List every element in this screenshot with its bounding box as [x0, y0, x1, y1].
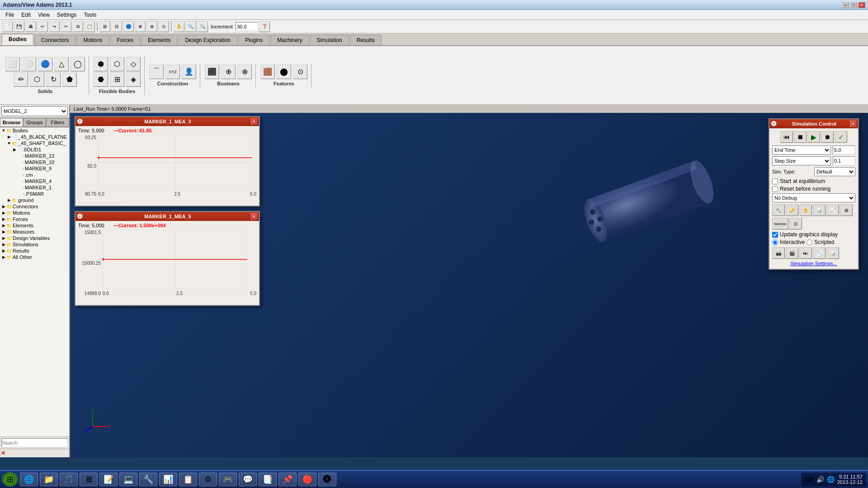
toolbar-btn-17[interactable]: 🔍 — [197, 21, 208, 32]
tree-item-measures[interactable]: ▶ 📁 Measures — [0, 229, 69, 235]
update-graphics-checkbox[interactable] — [772, 232, 778, 238]
tree-item-solid1[interactable]: ▶ 📄 SOLID1 — [0, 146, 69, 153]
tree-item-cm[interactable]: · .cm — [0, 172, 69, 178]
taskbar-app5[interactable]: ⚙ — [199, 473, 217, 486]
sim-tool-12[interactable]: 📉 — [813, 247, 826, 259]
taskbar-app1[interactable]: 💻 — [119, 473, 137, 486]
sim-tool-2[interactable]: 🔑 — [786, 204, 798, 216]
cylinder-icon[interactable]: 🔵 — [38, 57, 52, 71]
model-dropdown[interactable]: MODEL_2 — [1, 106, 68, 116]
tab-plugins[interactable]: Plugins — [238, 35, 269, 45]
close-button[interactable]: ✕ — [858, 2, 865, 8]
taskbar-app8[interactable]: 📑 — [259, 473, 277, 486]
tree-item-marker1[interactable]: · MARKER_1 — [0, 184, 69, 191]
chart-2-close-button[interactable]: ✕ — [251, 213, 257, 220]
tree-item-bodies[interactable]: ▼ 📁 Bodies — [0, 127, 69, 134]
toolbar-btn-11[interactable]: 🔵 — [123, 21, 134, 32]
taskbar-ie[interactable]: 🌐 — [20, 473, 38, 486]
taskbar-app3[interactable]: 📊 — [159, 473, 177, 486]
taskbar-app7[interactable]: 💬 — [239, 473, 257, 486]
sim-tool-9[interactable]: 📷 — [772, 247, 785, 259]
toolbar-btn-10[interactable]: ⊟ — [111, 21, 122, 32]
sim-tool-8[interactable]: ⊡ — [789, 218, 802, 230]
toolbar-btn-1[interactable]: 📄 — [2, 21, 13, 32]
toolbar-btn-6[interactable]: ✂ — [61, 21, 71, 32]
toolbar-btn-15[interactable]: ✋ — [174, 21, 184, 32]
taskbar-word[interactable]: 📝 — [99, 473, 118, 486]
bool-icon-1[interactable]: ⬛ — [205, 65, 219, 79]
panel-tab-filters[interactable]: Filters — [46, 118, 69, 127]
tree-item-connectors[interactable]: ▶ 📁 Connectors — [0, 203, 69, 210]
end-time-select[interactable]: End Time — [772, 145, 831, 155]
search-input[interactable] — [1, 438, 68, 447]
taskbar-app6[interactable]: 🎮 — [219, 473, 237, 486]
tree-item-ground[interactable]: ▶ 📁 ground — [0, 197, 69, 203]
revolve-icon[interactable]: ↻ — [46, 72, 61, 87]
debug-select[interactable]: No Debug — [772, 193, 855, 202]
end-time-input[interactable] — [833, 145, 855, 155]
taskbar-app11[interactable]: 🅐 — [318, 473, 336, 486]
tree-item-shaft[interactable]: ▼ 📁 _45_SHAFT_BASIC_ — [0, 140, 69, 146]
toolbar-btn-13[interactable]: ⊗ — [146, 21, 157, 32]
rewind-button[interactable]: ⏮ — [780, 131, 793, 143]
box-icon[interactable]: ⬜ — [5, 57, 20, 71]
person-icon[interactable]: 👤 — [182, 65, 196, 79]
panel-tab-groups[interactable]: Groups — [23, 118, 46, 127]
increment-input[interactable] — [236, 22, 258, 31]
toolbar-btn-12[interactable]: ⊕ — [135, 21, 146, 32]
toolbar-btn-16[interactable]: 🔍 — [185, 21, 196, 32]
extrude-icon[interactable]: ⬡ — [30, 72, 44, 87]
nastran-button[interactable]: Nastran — [772, 218, 788, 230]
tab-forces[interactable]: Forces — [110, 35, 140, 45]
maximize-button[interactable]: □ — [850, 2, 857, 8]
taskbar-media[interactable]: 🎵 — [60, 473, 78, 486]
sim-tool-3[interactable]: ✋ — [799, 204, 812, 216]
taskbar-app9[interactable]: 📌 — [278, 473, 297, 486]
start-button[interactable]: ⊞ — [2, 472, 18, 487]
toolbar-btn-3[interactable]: 🖶 — [25, 21, 36, 32]
menu-edit[interactable]: Edit — [18, 11, 34, 19]
tree-item-design-vars[interactable]: ▶ 📁 Design Variables — [0, 235, 69, 241]
flex-icon-2[interactable]: ⬡ — [110, 57, 124, 71]
help-button[interactable]: ❓ — [259, 21, 270, 32]
flex-icon-6[interactable]: ◈ — [126, 72, 141, 87]
tab-connectors[interactable]: Connectors — [34, 35, 75, 45]
record-button[interactable]: ⏺ — [821, 131, 834, 143]
sim-tool-13[interactable]: 📊 — [826, 247, 839, 259]
chart-1-close-button[interactable]: ✕ — [251, 118, 257, 125]
sim-tool-5[interactable]: 📈 — [826, 204, 839, 216]
sim-settings-link[interactable]: Simulation Settings... — [772, 261, 855, 266]
flex-icon-3[interactable]: ◇ — [126, 57, 141, 71]
tree-item-marker9[interactable]: · MARKER_9 — [0, 165, 69, 172]
start-equilibrium-checkbox[interactable] — [772, 178, 778, 184]
tree-item-motions[interactable]: ▶ 📁 Motions — [0, 210, 69, 216]
viewport[interactable]: Last_Run Time= 5.0000 Frame=51 🅐 MARKER_… — [70, 105, 868, 457]
tree-item-all-other[interactable]: ▶ 📁 All Other — [0, 254, 69, 260]
arc-icon[interactable]: ⌒ — [149, 65, 164, 79]
sim-tool-10[interactable]: 🎬 — [786, 247, 798, 259]
tree-item-forces[interactable]: ▶ 📁 Forces — [0, 216, 69, 222]
shape-icon[interactable]: ⬟ — [62, 72, 77, 87]
accept-button[interactable]: ✓ — [835, 131, 847, 143]
interactive-radio[interactable] — [772, 239, 778, 245]
toolbar-btn-9[interactable]: ⊞ — [99, 21, 110, 32]
sim-type-select[interactable]: Default — [814, 167, 855, 176]
menu-settings[interactable]: Settings — [53, 11, 80, 19]
panel-tab-browse[interactable]: Browse — [0, 118, 23, 127]
sim-tool-1[interactable]: 🔧 — [772, 204, 785, 216]
sim-control-close-button[interactable]: ✕ — [850, 121, 856, 127]
taskbar-app4[interactable]: 📋 — [179, 473, 197, 486]
tree-item-results[interactable]: ▶ 📁 Results — [0, 248, 69, 254]
feat-icon-3[interactable]: ⊙ — [293, 65, 307, 79]
taskbar-app2[interactable]: 🔧 — [139, 473, 157, 486]
tab-elements[interactable]: Elements — [141, 35, 177, 45]
tree-item-simulations[interactable]: ▶ 📁 Simulations — [0, 241, 69, 248]
scripted-radio[interactable] — [807, 239, 812, 245]
reset-before-checkbox[interactable] — [772, 186, 778, 192]
tree-item-marker4[interactable]: · MARKER_4 — [0, 178, 69, 184]
feat-icon-1[interactable]: 🟫 — [260, 65, 275, 79]
flex-icon-5[interactable]: ⊞ — [110, 72, 124, 87]
minimize-button[interactable]: ─ — [842, 2, 849, 8]
menu-view[interactable]: View — [34, 11, 53, 19]
flex-icon-1[interactable]: ⬢ — [94, 57, 108, 71]
